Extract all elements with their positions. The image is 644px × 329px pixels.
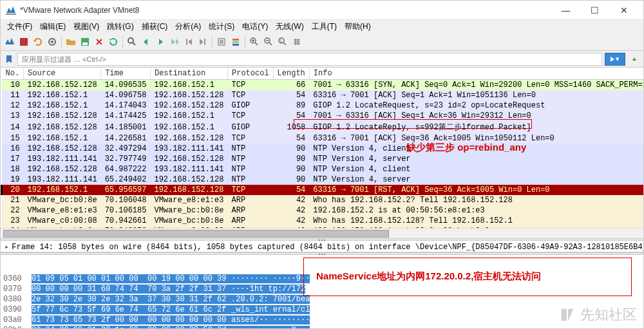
cell-proto: ARP: [227, 205, 273, 216]
cell-len: 89: [273, 100, 309, 111]
table-row[interactable]: 19193.182.111.14165.249402192.168.152.12…: [2, 174, 644, 185]
menubar: 文件(F) 编辑(E) 视图(V) 跳转(G) 捕获(C) 分析(A) 统计(S…: [1, 20, 643, 33]
cell-time: 14.174043: [101, 100, 151, 111]
cell-proto: NTP: [227, 164, 273, 174]
capture-options-icon[interactable]: [46, 35, 59, 48]
cell-info: NTP Version 4, server: [309, 174, 643, 185]
table-row[interactable]: 18192.168.152.12864.987222193.182.111.14…: [2, 164, 644, 174]
cell-no: 15: [2, 133, 24, 144]
hex-row[interactable]: 03802e 32 30 2e 30 2e 32 3a 37 30 30 31 …: [3, 294, 641, 305]
table-row[interactable]: 22VMware_e8:e1:e370.106185VMware_bc:b0:8…: [2, 205, 644, 216]
svg-rect-10: [232, 44, 239, 46]
menu-capture[interactable]: 捕获(C): [138, 20, 172, 33]
open-file-icon[interactable]: [64, 35, 77, 48]
hex-ascii: _wls_int ernal/cl: [231, 305, 328, 315]
table-row[interactable]: 13192.168.152.12814.174425192.168.152.1T…: [2, 111, 644, 121]
zoom-in-icon[interactable]: [248, 35, 261, 48]
apply-filter-button[interactable]: ▾: [605, 53, 625, 66]
table-row[interactable]: 12192.168.152.114.174043192.168.152.128G…: [2, 100, 644, 111]
menu-edit[interactable]: 编辑(E): [36, 20, 70, 33]
col-header-time[interactable]: Time: [101, 68, 151, 80]
packet-list-pane: No. Source Time Destination Protocol Len…: [1, 68, 643, 238]
go-to-packet-icon[interactable]: [168, 35, 181, 48]
menu-tools[interactable]: 工具(T): [308, 20, 341, 33]
cell-dst: 192.168.152.1: [150, 111, 227, 121]
cell-info: Who has 192.168.152.128? Tell 192.168.15…: [309, 216, 643, 226]
col-header-protocol[interactable]: Protocol: [227, 68, 273, 80]
hex-bytes: 5f 77 6c 73 5f 69 6e 74 65 72 6e 61 6c 2…: [32, 305, 231, 315]
cell-src: 192.168.152.128: [24, 164, 101, 174]
menu-view[interactable]: 视图(V): [70, 20, 103, 33]
hex-row[interactable]: 03a061 73 73 65 73 2f 00 00 00 00 00 00 …: [3, 315, 641, 325]
bookmark-icon[interactable]: [3, 53, 15, 65]
menu-wireless[interactable]: 无线(W): [272, 20, 307, 33]
table-row[interactable]: 16192.168.152.12832.497294193.182.111.14…: [2, 144, 644, 154]
go-forward-icon[interactable]: [154, 35, 167, 48]
menu-file[interactable]: 文件(F): [3, 20, 36, 33]
table-row[interactable]: 23VMware_c0:00:0870.942661VMware_bc:b0:8…: [2, 216, 644, 226]
first-packet-icon[interactable]: [182, 35, 195, 48]
table-row[interactable]: 14192.168.152.12814.185001192.168.152.1G…: [2, 121, 644, 133]
menu-telephony[interactable]: 电话(Y): [238, 20, 272, 33]
start-capture-icon[interactable]: [3, 35, 16, 48]
auto-scroll-icon[interactable]: [215, 35, 228, 48]
col-header-source[interactable]: Source: [24, 68, 101, 80]
save-file-icon[interactable]: [79, 35, 91, 48]
go-back-icon[interactable]: [140, 35, 153, 48]
menu-go[interactable]: 跳转(G): [103, 20, 137, 33]
restart-capture-icon[interactable]: [32, 35, 44, 48]
maximize-button[interactable]: ☐: [580, 1, 609, 19]
last-packet-icon[interactable]: [196, 35, 209, 48]
cell-no: 18: [2, 164, 24, 174]
cell-len: 66: [273, 80, 309, 91]
stop-capture-icon[interactable]: [17, 35, 30, 48]
expand-arrow-icon[interactable]: ▸: [5, 243, 9, 252]
zoom-out-icon[interactable]: [262, 35, 275, 48]
cell-time: 14.174425: [101, 111, 151, 121]
reload-icon[interactable]: [107, 35, 120, 48]
add-filter-button[interactable]: +: [628, 53, 641, 66]
minimize-button[interactable]: —: [551, 1, 580, 19]
cell-time: 32.797749: [101, 154, 151, 164]
close-file-icon[interactable]: [93, 35, 106, 48]
hex-ascii: .20.0.2: 7001/bea: [231, 294, 328, 305]
cell-proto: TCP: [227, 185, 273, 195]
cell-src: 192.168.152.128: [24, 144, 101, 154]
hex-row[interactable]: 036001 09 05 01 00 01 00 00 00 19 00 00 …: [3, 274, 641, 284]
table-row[interactable]: 20192.168.152.165.956597192.168.152.128T…: [2, 185, 644, 195]
cell-no: 11: [2, 90, 24, 100]
table-row[interactable]: 11192.168.152.114.096758192.168.152.128T…: [2, 90, 644, 100]
resize-columns-icon[interactable]: [290, 35, 303, 48]
table-row[interactable]: 21VMware_bc:b0:8e70.106048VMware_e8:e1:e…: [2, 195, 644, 205]
hex-offset: 0390: [3, 305, 32, 315]
menu-analyze[interactable]: 分析(A): [171, 20, 205, 33]
cell-no: 17: [2, 154, 24, 164]
cell-dst: 192.168.152.128: [150, 133, 227, 144]
menu-statistics[interactable]: 统计(S): [205, 20, 238, 33]
hex-row[interactable]: 03b000 04 00 00 01 00 1a 00 00 00 00 00 …: [3, 325, 641, 328]
packet-scrollbar-h[interactable]: [1, 228, 643, 238]
hex-pane[interactable]: 036001 09 05 01 00 01 00 00 00 19 00 00 …: [1, 255, 643, 328]
cell-src: 193.182.111.141: [24, 174, 101, 185]
colorize-icon[interactable]: [229, 35, 242, 48]
col-header-no[interactable]: No.: [2, 68, 24, 80]
hex-ascii: ····1ht tp://172: [231, 284, 328, 294]
find-icon[interactable]: [126, 35, 138, 48]
close-button[interactable]: ✕: [609, 1, 638, 19]
table-row[interactable]: 15192.168.152.114.226581192.168.152.128T…: [2, 133, 644, 144]
cell-time: 65.956597: [101, 185, 151, 195]
col-header-destination[interactable]: Destination: [150, 68, 227, 80]
display-filter-input[interactable]: [17, 53, 602, 66]
hex-ascii: ········ ·····9··: [231, 274, 328, 284]
hex-row[interactable]: 037000 00 00 00 31 68 74 74 70 3a 2f 2f …: [3, 284, 641, 294]
packet-detail-pane[interactable]: ▸Frame 14: 1058 bytes on wire (8464 bits…: [1, 241, 643, 252]
menu-help[interactable]: 帮助(H): [341, 20, 375, 33]
col-header-info[interactable]: Info: [309, 68, 643, 80]
table-row[interactable]: 17193.182.111.14132.797749192.168.152.12…: [2, 154, 644, 164]
table-row[interactable]: 10192.168.152.12814.096535192.168.152.1T…: [2, 80, 644, 91]
col-header-length[interactable]: Length: [273, 68, 309, 80]
cell-info: 7001 → 63316 [ACK] Seq=1 Ack=36 Win=2931…: [309, 111, 643, 121]
cell-no: 10: [2, 80, 24, 91]
zoom-reset-icon[interactable]: 1: [276, 35, 289, 48]
hex-row[interactable]: 03905f 77 6c 73 5f 69 6e 74 65 72 6e 61 …: [3, 305, 641, 315]
